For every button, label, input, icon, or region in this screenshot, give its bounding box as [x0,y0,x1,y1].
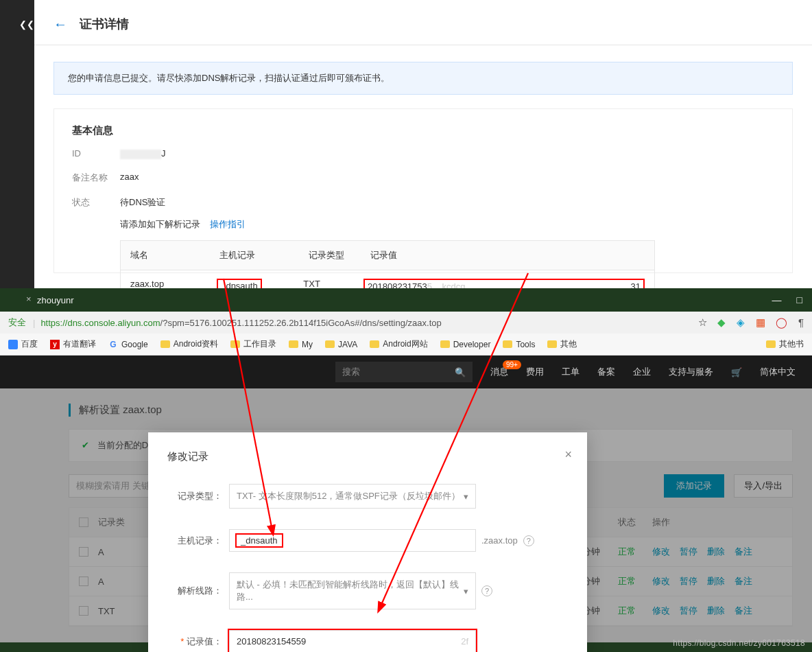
msg-badge: 99+ [503,360,521,369]
bookmarks-bar: 百度y有道翻译GGoogleAndroid资料工作目录MyJAVAAndroid… [0,334,812,356]
baidu-icon [8,340,18,349]
basic-info-section: 基本信息 ID J 备注名称 zaax 状态 待DNS验证 请添加如下解析记录 … [53,108,793,273]
section-title: 基本信息 [72,124,774,137]
bookmark-item[interactable]: GGoogle [108,340,148,349]
info-alert: 您的申请信息已提交。请尽快添加DNS解析记录，扫描认证通过后即可颁布证书。 [53,62,793,95]
bookmark-item[interactable]: Developer [440,340,491,349]
row-line: 解析线路： 默认 - 必填！未匹配到智能解析线路时，返回【默认】线路... ▾ … [167,572,568,609]
tab-close-icon[interactable]: × [26,294,32,304]
bookmark-item[interactable]: 其他 [547,338,577,350]
nav-fee[interactable]: 费用 [526,366,544,378]
dark-sidebar: ❮❮ [0,0,34,288]
nav-ent[interactable]: 企业 [633,366,651,378]
row-status: 状态 待DNS验证 [72,196,774,209]
remark-value: zaax [120,172,139,184]
bookmark-item[interactable]: Tools [503,340,535,349]
bookmark-item[interactable]: JAVA [325,340,357,349]
back-arrow-icon[interactable]: ← [53,16,67,32]
bookmark-overflow[interactable]: 其他书 [766,338,804,350]
close-icon[interactable]: × [564,447,572,462]
id-value: J [120,148,166,159]
row-record-type: 记录类型： TXT- 文本长度限制512，通常做SPF记录（反垃圾邮件） ▾ [167,484,568,509]
address-bar[interactable]: 安全 | https://dns.console.aliyun.com/?spm… [0,312,812,334]
value-input[interactable]: 20180823154559 2f [229,630,476,652]
certificate-panel: ← 证书详情 您的申请信息已提交。请尽快添加DNS解析记录，扫描认证通过后即可颁… [34,3,812,288]
row-value: 记录值： 20180823154559 2f [167,630,568,652]
modal-title: 修改记录 [167,450,568,463]
bookmark-item[interactable]: Android资料 [160,338,218,350]
col-host: 主机记录 [210,241,299,270]
folder-icon [440,340,450,348]
folder-icon [503,340,512,348]
ext2-icon[interactable]: ◈ [737,316,745,328]
col-type: 记录类型 [299,241,361,270]
bookmark-item[interactable]: 百度 [8,338,38,350]
nav-beian[interactable]: 备案 [597,366,615,378]
col-domain: 域名 [121,241,210,270]
remark-label: 备注名称 [72,172,120,184]
guide-link[interactable]: 操作指引 [210,219,246,229]
row-remark: 备注名称 zaax [72,172,774,184]
aliyun-topnav: 搜索 🔍 消息 99+ 费用 工单 备案 企业 支持与服务 🛒 简体中文 [0,356,812,388]
chevron-left-icon[interactable]: ❮❮ [19,19,34,30]
folder-icon [766,340,776,348]
help-icon[interactable]: ? [481,585,492,596]
nav-lang[interactable]: 简体中文 [760,366,796,378]
folder-icon [547,340,557,348]
window-user: zhouyunr [37,295,73,305]
ext3-icon[interactable]: ▦ [756,316,765,328]
star-icon[interactable]: ☆ [698,316,707,328]
url-text: https://dns.console.aliyun.com/?spm=5176… [40,318,689,328]
nav-support[interactable]: 支持与服务 [669,366,713,378]
ext1-icon[interactable]: ◆ [717,316,726,328]
window-title-bar: zhouyunr — □ [0,288,812,312]
col-value: 记录值 [361,241,654,270]
bookmark-item[interactable]: Android网站 [370,338,427,350]
cert-header: ← 证书详情 [34,3,812,45]
google-icon: G [108,340,118,349]
dns-hint: 请添加如下解析记录 操作指引 [120,218,774,231]
bookmark-item[interactable]: 工作目录 [230,338,276,350]
row-host: 主机记录： _dnsauth .zaax.top ? [167,529,568,552]
type-select[interactable]: TXT- 文本长度限制512，通常做SPF记录（反垃圾邮件） ▾ [229,484,476,509]
line-select[interactable]: 默认 - 必填！未匹配到智能解析线路时，返回【默认】线路... ▾ [229,572,476,609]
bookmark-item[interactable]: y有道翻译 [50,338,96,350]
nav-msg[interactable]: 消息 99+ [490,366,508,378]
help-icon[interactable]: ? [523,535,534,546]
row-id: ID J [72,148,774,159]
youdao-icon: y [50,340,60,349]
edit-record-modal: 修改记录 × 记录类型： TXT- 文本长度限制512，通常做SPF记录（反垃圾… [148,432,587,652]
status-label: 状态 [72,196,120,209]
host-input[interactable]: _dnsauth [229,529,476,552]
host-suffix: .zaax.top [481,535,518,546]
chevron-down-icon: ▾ [464,586,468,596]
folder-icon [370,340,379,348]
chevron-down-icon: ▾ [464,491,468,502]
folder-icon [230,340,240,348]
folder-icon [160,340,170,348]
ext4-icon[interactable]: ◯ [776,316,787,328]
status-value: 待DNS验证 [120,196,165,209]
search-icon: 🔍 [455,367,466,377]
id-label: ID [72,148,120,159]
folder-icon [289,340,298,348]
ext5-icon[interactable]: ¶ [798,316,804,328]
watermark: https://blog.csdn.net/zy601763518 [673,638,805,648]
secure-label: 安全 [8,316,26,329]
bookmark-item[interactable]: My [289,340,313,349]
dns-header-row: 域名 主机记录 记录类型 记录值 [121,241,654,270]
search-input[interactable]: 搜索 🔍 [335,362,473,382]
window-max-icon[interactable]: □ [797,294,802,305]
folder-icon [325,340,335,348]
page-title: 证书详情 [80,16,129,32]
cart-icon[interactable]: 🛒 [731,367,742,377]
nav-ticket[interactable]: 工单 [562,366,580,378]
addr-icons: ☆ ◆ ◈ ▦ ◯ ¶ [690,316,804,329]
window-min-icon[interactable]: — [772,294,782,305]
